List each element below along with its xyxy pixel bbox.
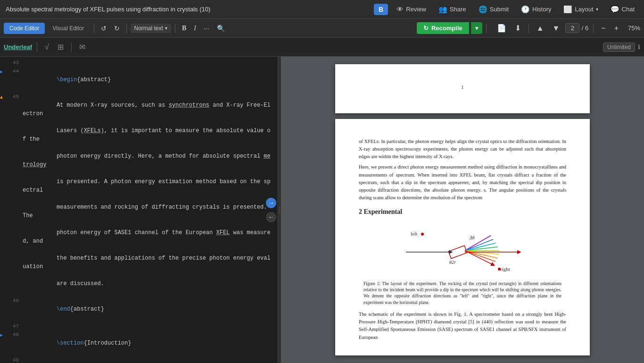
svg-text:left: left [411,231,418,236]
chat-button[interactable]: 💬 Chat [607,3,638,16]
line-number-47: 47 [6,322,23,330]
warning-icon-45: ▲ [0,93,3,102]
editor-line-47: 47 [0,322,277,330]
editor-line-43: 43 [0,59,277,67]
main-area: 43 ▶ 44 \begin{abstract} ▲ 45 [0,57,644,363]
svg-text:right: right [500,266,510,272]
svg-text:θ2r: θ2r [449,260,456,265]
toolbar-separator2 [126,24,127,33]
resize-dot2 [279,210,280,211]
line-number-44: 44 [6,67,23,93]
download-button[interactable]: ⬇ [512,22,524,34]
style-chevron-icon: ▾ [165,25,167,31]
redo-button[interactable]: ↻ [111,23,123,34]
layout-chevron-icon: ▾ [596,7,598,12]
experiment-diagram-svg: left right [396,221,528,278]
root-symbol-button[interactable]: √ [42,42,52,53]
bold-button[interactable]: B [179,23,189,34]
svg-text:Δθ: Δθ [469,235,475,240]
toolbar-separator3 [175,24,175,33]
line-number-43: 43 [6,59,23,67]
top-bar: Absolute spectral metrology of XFEL puls… [0,0,644,19]
tb2-separator1 [37,42,37,52]
page-up-button[interactable]: ▲ [534,23,547,34]
share-button[interactable]: 👥 Share [435,3,470,16]
editor-toolbar: Code Editor Visual Editor ↺ ↻ Normal tex… [0,19,644,38]
bold-b-button[interactable]: B [374,4,388,15]
resize-dot3 [279,212,280,213]
more-button[interactable]: ··· [201,23,212,34]
line-content-43 [23,59,277,67]
page-navigation: 2 / 6 [565,23,588,33]
page-number-input[interactable]: 2 [565,23,579,33]
figure-diagram: left right [396,221,528,278]
zoom-level: 75% [628,25,640,32]
line-marker-43 [0,59,6,67]
mail-button[interactable]: ✉ [76,41,88,53]
toolbar-separator [94,24,94,33]
toolbar-separator4 [486,24,487,33]
line-marker-45: ▲ [0,93,6,102]
sync-forward-button[interactable]: → [266,198,276,208]
line-number-49: 49 [6,356,23,363]
editor-line-44: ▶ 44 \begin{abstract} [0,67,277,93]
svg-point-1 [421,233,424,236]
figure-1: left right [359,221,566,306]
svg-line-14 [465,251,493,265]
line-content-45: At modern X-ray sources, such as synchro… [23,93,277,296]
submit-button[interactable]: 🌐 Submit [475,3,512,16]
preview-paragraph-1: of XFELs. In particular, the photon ener… [359,138,566,161]
resize-dot1 [279,207,280,208]
figure-caption: Figure 1: The layout of the experiment. … [363,281,561,306]
document-icon-button[interactable]: 📄 [494,22,509,34]
share-icon: 👥 [438,5,447,14]
tb2-separator2 [71,42,72,52]
info-icon[interactable]: ℹ [638,43,640,51]
line-marker-49 [0,356,6,357]
page-main-preview: of XFELs. In particular, the photon ener… [335,119,590,355]
page-number-display: 1 [359,83,566,91]
right-toolbar: 📄 ⬇ ▲ ▼ 2 / 6 − + 75% [494,22,640,34]
recompile-button[interactable]: ↻ Recompile [417,22,469,34]
grid-button[interactable]: ⊞ [55,41,66,53]
unlimited-badge: Unlimited [603,42,635,52]
editor-line-45: ▲ 45 At modern X-ray sources, such as sy… [0,93,277,296]
page-down-button[interactable]: ▼ [550,23,563,34]
editor-line-49: 49 At X-ray Free-Electron Lasers (XFELs)… [0,356,277,363]
fold-arrow-44: ▶ [0,68,3,76]
search-button[interactable]: 🔍 [214,23,228,34]
layout-icon: ⬜ [563,5,572,14]
review-button[interactable]: 👁 Review [393,3,430,15]
page-top-preview: 1 [335,64,590,113]
visual-editor-tab[interactable]: Visual Editor [47,23,90,34]
zoom-in-button[interactable]: + [611,23,621,34]
preview-paragraph-2: Here, we present a direct photon energy … [359,163,566,202]
line-content-47 [23,322,277,330]
line-number-45: 45 [6,93,23,101]
text-style-select[interactable]: Normal text ▾ [131,24,171,33]
undo-button[interactable]: ↺ [98,23,109,34]
toolbar-separator6 [593,24,594,33]
layout-button[interactable]: ⬜ Layout ▾ [560,3,602,16]
line-marker-48: ▶ [0,330,6,356]
code-editor-tab[interactable]: Code Editor [4,23,45,34]
history-button[interactable]: 🕐 History [517,3,555,16]
zoom-out-button[interactable]: − [598,23,608,34]
fold-arrow-48: ▶ [0,331,3,340]
code-editor-panel[interactable]: 43 ▶ 44 \begin{abstract} ▲ 45 [0,57,278,363]
line-marker-47 [0,322,6,330]
recompile-dropdown-button[interactable]: ▾ [471,22,482,34]
svg-point-3 [498,268,501,270]
sync-back-button[interactable]: ← [266,212,276,222]
editor-side-nav: → ← [266,198,276,222]
submit-icon: 🌐 [479,5,487,14]
preview-paragraph-3: The schematic of the experiment is shown… [359,311,566,341]
line-content-48: \section{Introduction} [23,330,277,356]
italic-button[interactable]: I [191,23,199,34]
editor-content: 43 ▶ 44 \begin{abstract} ▲ 45 [0,57,277,363]
svg-rect-4 [448,245,467,258]
recompile-icon: ↻ [423,25,429,32]
secondary-toolbar: Underleaf √ ⊞ ✉ Unlimited ℹ [0,38,644,57]
line-content-44: \begin{abstract} [23,67,277,93]
document-title: Absolute spectral metrology of XFEL puls… [6,6,369,13]
